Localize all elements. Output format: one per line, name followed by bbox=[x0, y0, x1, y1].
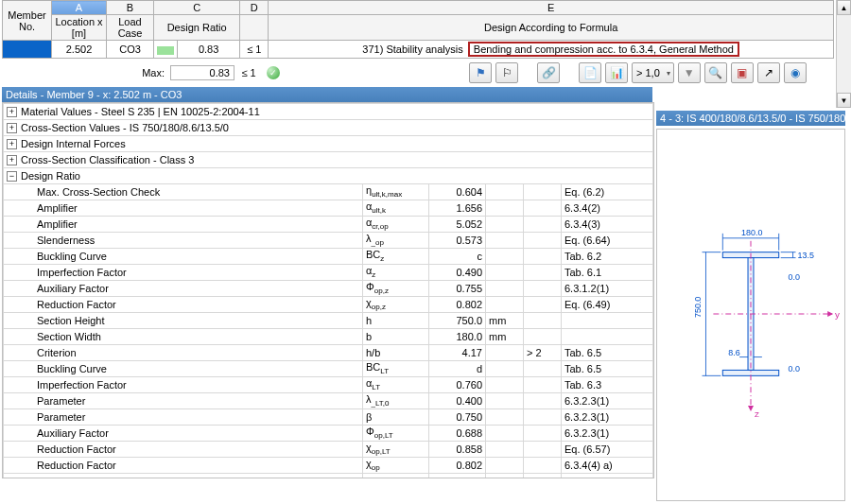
detail-compare bbox=[524, 474, 562, 479]
detail-row[interactable]: Auxiliary FactorΦop,LT0.6886.3.2.3(1) bbox=[4, 426, 653, 442]
detail-reference: 6.3.2.3(1) bbox=[562, 409, 653, 426]
detail-row[interactable]: Reduction Factorχop0.8026.3.4(4) a) bbox=[4, 458, 653, 474]
col-letter-b[interactable]: B bbox=[107, 1, 154, 15]
detail-name: Slenderness bbox=[7, 235, 359, 246]
detail-reference bbox=[562, 313, 653, 329]
detail-reference: 6.3.4(3) bbox=[562, 217, 653, 233]
axis-z-label: z bbox=[755, 408, 759, 419]
detail-value: 0.755 bbox=[429, 281, 486, 297]
detail-row[interactable]: Buckling CurveBCLTdTab. 6.5 bbox=[4, 361, 653, 377]
detail-value: 0.858 bbox=[429, 442, 486, 458]
detail-row[interactable]: Parameterβ0.7506.3.2.3(1) bbox=[4, 409, 653, 426]
detail-row[interactable]: Parameterλ_LT,00.4006.3.2.3(1) bbox=[4, 393, 653, 409]
link-button[interactable]: 🔗 bbox=[537, 62, 560, 83]
detail-name: Imperfection Factor bbox=[7, 267, 359, 278]
hdr-ratio[interactable]: Design Ratio bbox=[154, 15, 240, 41]
tree-group[interactable]: +Material Values - Steel S 235 | EN 1002… bbox=[4, 104, 653, 120]
cell-ratio[interactable]: 0.83 bbox=[178, 41, 240, 59]
detail-row[interactable]: Imperfection FactorαLT0.760Tab. 6.3 bbox=[4, 377, 653, 393]
cell-loadcase[interactable]: CO3 bbox=[107, 41, 154, 59]
tree-group[interactable]: +Design Internal Forces bbox=[4, 136, 653, 152]
result-row[interactable]: 2.502 CO3 0.83 ≤ 1 371) Stability analys… bbox=[3, 41, 834, 59]
col-letter-a[interactable]: A bbox=[52, 1, 107, 15]
details-area[interactable]: +Material Values - Steel S 235 | EN 1002… bbox=[2, 102, 654, 478]
funnel-button[interactable]: ▼ bbox=[678, 62, 701, 83]
ratio-filter-select[interactable]: > 1,0 bbox=[632, 62, 674, 83]
group-label: Cross-Section Values - IS 750/180/8.6/13… bbox=[21, 122, 229, 133]
cell-member[interactable] bbox=[3, 41, 52, 59]
scroll-up-icon[interactable]: ▲ bbox=[837, 0, 851, 15]
cross-section-diagram[interactable]: 180.0 13.5 750.0 8.6 0.0 0.0 y z bbox=[656, 129, 845, 501]
detail-unit bbox=[486, 233, 524, 249]
detail-unit bbox=[486, 409, 524, 426]
detail-symbol: λ_LT,0 bbox=[363, 393, 429, 409]
max-row: Max: 0.83 ≤ 1 ✓ ⚑ ⚐ 🔗 📄 📊 > 1,0 ▼ 🔍 ▣ ↗ … bbox=[2, 62, 834, 83]
group-label: Design Ratio bbox=[21, 170, 80, 182]
detail-unit bbox=[486, 265, 524, 281]
detail-unit bbox=[486, 393, 524, 409]
detail-name: Parameter bbox=[7, 395, 359, 407]
filter-2-button[interactable]: ⚐ bbox=[495, 62, 518, 83]
max-cmp: ≤ 1 bbox=[234, 66, 263, 79]
expand-icon[interactable]: + bbox=[7, 155, 17, 165]
detail-row[interactable]: Section Heighth750.0mm bbox=[4, 313, 653, 329]
pick-member-button[interactable]: ▣ bbox=[731, 62, 754, 83]
vertical-scrollbar[interactable]: ▲ ▼ bbox=[836, 0, 851, 108]
hdr-formula[interactable]: Design According to Formula bbox=[269, 15, 834, 41]
collapse-icon[interactable]: − bbox=[7, 171, 17, 182]
hdr-cmp bbox=[240, 15, 269, 41]
detail-compare bbox=[524, 409, 562, 426]
detail-symbol: Φop,z bbox=[363, 281, 429, 297]
detail-row[interactable]: Section Widthb180.0mm bbox=[4, 329, 653, 345]
detail-reference: 6.1 bbox=[562, 474, 653, 479]
export-2-button[interactable]: 📊 bbox=[605, 62, 628, 83]
detail-reference: 6.3.2.3(1) bbox=[562, 426, 653, 442]
detail-row[interactable]: Reduction Factorχop,z0.802Eq. (6.49) bbox=[4, 297, 653, 313]
hdr-member[interactable]: Member No. bbox=[3, 1, 52, 41]
col-letter-c[interactable]: C bbox=[154, 1, 240, 15]
detail-symbol: b bbox=[363, 329, 429, 345]
detail-row[interactable]: Amplifierαcr,op5.0526.3.4(3) bbox=[4, 217, 653, 233]
expand-icon[interactable]: + bbox=[7, 139, 17, 149]
hdr-location[interactable]: Location x [m] bbox=[52, 15, 107, 41]
tree-group[interactable]: +Cross-Section Values - IS 750/180/8.6/1… bbox=[4, 120, 653, 136]
detail-symbol: αult,k bbox=[363, 200, 429, 217]
detail-row[interactable]: Buckling CurveBCzcTab. 6.2 bbox=[4, 249, 653, 265]
tree-group-open[interactable]: −Design Ratio bbox=[4, 168, 653, 184]
detail-row[interactable]: Reduction Factorχop,LT0.858Eq. (6.57) bbox=[4, 442, 653, 458]
detail-symbol: h bbox=[363, 313, 429, 329]
detail-row[interactable]: Max. Cross-Section Checkηult,k,max0.604E… bbox=[4, 184, 653, 200]
dim-width: 180.0 bbox=[741, 228, 762, 237]
detail-row[interactable]: Imperfection Factorαz0.490Tab. 6.1 bbox=[4, 265, 653, 281]
detail-row[interactable]: Slendernessλ_op0.573Eq. (6.64) bbox=[4, 233, 653, 249]
col-letter-e[interactable]: E bbox=[269, 1, 834, 15]
expand-icon[interactable]: + bbox=[7, 107, 17, 117]
export-1-button[interactable]: 📄 bbox=[579, 62, 601, 83]
cell-formula[interactable]: 371) Stability analysis Bending and comp… bbox=[269, 41, 834, 59]
detail-unit bbox=[486, 458, 524, 474]
col-letter-d[interactable]: D bbox=[240, 1, 269, 15]
cell-location[interactable]: 2.502 bbox=[52, 41, 107, 59]
show-all-button[interactable]: 🔍 bbox=[704, 62, 727, 83]
detail-compare bbox=[524, 458, 562, 474]
detail-symbol: γM1 bbox=[363, 474, 429, 479]
detail-value: 0.802 bbox=[429, 297, 486, 313]
detail-row[interactable]: Auxiliary FactorΦop,z0.7556.3.1.2(1) bbox=[4, 281, 653, 297]
scroll-down-icon[interactable]: ▼ bbox=[837, 93, 851, 108]
expand-icon[interactable]: + bbox=[7, 123, 17, 133]
dim-zero2: 0.0 bbox=[789, 364, 800, 374]
view-button[interactable]: ◉ bbox=[784, 62, 807, 83]
tree-group[interactable]: +Cross-Section Classification - Class 3 bbox=[4, 152, 653, 168]
filter-1-button[interactable]: ⚑ bbox=[469, 62, 492, 83]
detail-name: Buckling Curve bbox=[7, 251, 359, 262]
detail-name: Reduction Factor bbox=[7, 460, 359, 471]
isolate-button[interactable]: ↗ bbox=[757, 62, 780, 83]
detail-unit bbox=[486, 217, 524, 233]
detail-row[interactable]: Partial FactorγM11.1006.1 bbox=[4, 474, 653, 479]
detail-row[interactable]: Amplifierαult,k1.6566.3.4(2) bbox=[4, 200, 653, 217]
hdr-loadcase[interactable]: Load Case bbox=[107, 15, 154, 41]
detail-name: Section Width bbox=[7, 331, 359, 342]
detail-value: 0.400 bbox=[429, 393, 486, 409]
detail-name: Imperfection Factor bbox=[7, 379, 359, 391]
detail-row[interactable]: Criterionh/b4.17> 2Tab. 6.5 bbox=[4, 345, 653, 361]
